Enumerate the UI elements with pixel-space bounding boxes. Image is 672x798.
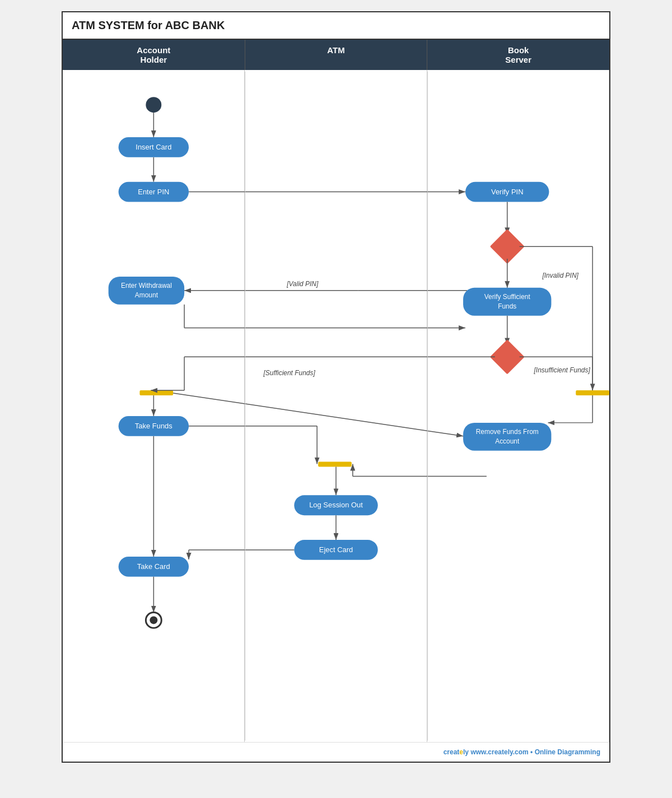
diagram-title: ATM SYSTEM for ABC BANK bbox=[63, 12, 609, 40]
footer: creately www.creately.com • Online Diagr… bbox=[63, 742, 609, 762]
footer-text: www.creately.com • Online Diagramming bbox=[470, 748, 600, 756]
lane-account-holder bbox=[63, 70, 245, 742]
lane-atm bbox=[245, 70, 427, 742]
diagram-container: ATM SYSTEM for ABC BANK AccountHolder AT… bbox=[62, 11, 610, 763]
header-row: AccountHolder ATM BookServer bbox=[63, 40, 609, 70]
brand-name: creately bbox=[444, 748, 469, 756]
header-book-server: BookServer bbox=[427, 40, 609, 70]
header-account-holder: AccountHolder bbox=[63, 40, 245, 70]
lane-book-server bbox=[427, 70, 609, 742]
swim-lanes: Insert Card Enter PIN Enter Withdrawal A… bbox=[63, 70, 609, 742]
brand-y: e bbox=[459, 748, 463, 756]
header-atm: ATM bbox=[245, 40, 428, 70]
